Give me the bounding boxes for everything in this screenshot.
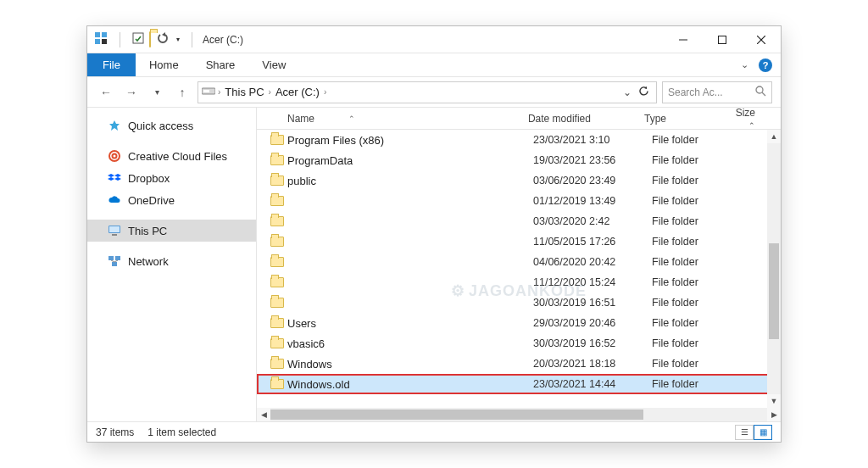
sidebar-item-creative-cloud-files[interactable]: Creative Cloud Files	[87, 145, 256, 167]
window-title: Acer (C:)	[203, 34, 243, 46]
help-icon[interactable]: ?	[759, 58, 772, 72]
file-type: File folder	[652, 195, 745, 207]
view-large-icons-button[interactable]: ▦	[754, 425, 772, 440]
address-bar[interactable]: › This PC › Acer (C:) › ⌄	[198, 81, 657, 103]
file-date: 01/12/2019 13:49	[533, 195, 652, 207]
chevron-right-icon[interactable]: ›	[215, 87, 223, 97]
minimize-button[interactable]	[664, 26, 703, 53]
file-type: File folder	[652, 378, 745, 390]
file-row[interactable]: Windows20/03/2021 18:18File folder	[257, 354, 781, 374]
tab-view[interactable]: View	[248, 53, 299, 76]
file-name: Program Files (x86)	[287, 134, 533, 147]
file-row[interactable]: 11/12/2020 15:24File folder	[257, 272, 781, 292]
file-row[interactable]: 01/12/2019 13:49File folder	[257, 191, 781, 211]
forward-button[interactable]: →	[121, 82, 142, 103]
scroll-thumb[interactable]	[769, 243, 779, 338]
sidebar-item-onedrive[interactable]: OneDrive	[87, 189, 256, 211]
scroll-down-icon[interactable]: ▼	[767, 394, 781, 408]
svg-line-12	[762, 92, 765, 96]
file-row[interactable]: vbasic630/03/2019 16:52File folder	[257, 333, 781, 354]
search-input[interactable]: Search Ac...	[662, 81, 772, 103]
folder-icon	[267, 359, 287, 369]
back-button[interactable]: ←	[96, 82, 116, 103]
file-date: 30/03/2019 16:51	[533, 297, 652, 309]
breadcrumb-drive[interactable]: Acer (C:)	[274, 86, 321, 98]
svg-rect-1	[102, 32, 107, 37]
scroll-right-icon[interactable]: ▶	[767, 408, 781, 421]
file-row[interactable]: 30/03/2019 16:51File folder	[257, 292, 781, 313]
file-row[interactable]: public03/06/2020 23:49File folder	[257, 170, 781, 191]
file-name: public	[287, 175, 533, 187]
chevron-right-icon[interactable]: ›	[266, 87, 274, 97]
folder-icon	[267, 257, 287, 267]
file-date: 23/03/2021 3:10	[533, 134, 652, 146]
undo-icon[interactable]	[156, 32, 170, 47]
folder-icon	[267, 196, 287, 206]
breadcrumb-this-pc[interactable]: This PC	[223, 86, 265, 98]
scroll-left-icon[interactable]: ◀	[257, 408, 270, 421]
file-row[interactable]: 04/06/2020 20:42File folder	[257, 252, 781, 272]
file-type: File folder	[652, 358, 745, 370]
file-tab[interactable]: File	[87, 53, 136, 76]
svg-marker-19	[114, 177, 121, 181]
scroll-thumb[interactable]	[270, 410, 643, 420]
tab-home[interactable]: Home	[136, 53, 192, 76]
file-row[interactable]: Program Files (x86)23/03/2021 3:10File f…	[257, 130, 781, 150]
file-list[interactable]: Program Files (x86)23/03/2021 3:10File f…	[257, 130, 781, 408]
sidebar-item-this-pc[interactable]: This PC	[87, 220, 256, 242]
sidebar-item-label: Dropbox	[128, 172, 170, 185]
close-button[interactable]	[742, 26, 781, 53]
view-details-button[interactable]: ☰	[735, 425, 754, 440]
file-row[interactable]: Users29/03/2019 20:46File folder	[257, 313, 781, 333]
sidebar-item-dropbox[interactable]: Dropbox	[87, 167, 256, 189]
svg-rect-2	[95, 39, 100, 44]
folder-icon	[267, 277, 287, 287]
file-type: File folder	[652, 175, 745, 187]
file-row[interactable]: Windows.old23/03/2021 14:44File folder	[257, 374, 781, 394]
column-date[interactable]: Date modified	[528, 113, 644, 125]
up-button[interactable]: ↑	[172, 82, 192, 103]
svg-marker-17	[114, 174, 121, 177]
refresh-icon[interactable]	[638, 86, 649, 99]
file-date: 19/03/2021 23:56	[533, 154, 652, 166]
sidebar-item-label: Quick access	[128, 120, 193, 132]
svg-rect-6	[719, 36, 726, 43]
dropbox-icon	[108, 171, 121, 185]
explorer-window: ▾ Acer (C:) File Home Share View ⌄ ? ←	[86, 25, 782, 443]
window-controls	[664, 26, 781, 53]
file-date: 04/06/2020 20:42	[533, 256, 652, 268]
ribbon-tabs: File Home Share View ⌄ ?	[87, 53, 781, 77]
navigation-pane: Quick accessCreative Cloud FilesDropboxO…	[87, 108, 257, 421]
folder-icon	[267, 237, 287, 247]
address-dropdown-icon[interactable]: ⌄	[623, 86, 632, 98]
scroll-up-icon[interactable]: ▲	[767, 130, 781, 143]
qat-dropdown-icon[interactable]: ▾	[176, 36, 180, 43]
sidebar-item-network[interactable]: Network	[87, 250, 256, 272]
vertical-scrollbar[interactable]: ▲ ▼	[767, 130, 781, 408]
file-date: 20/03/2021 18:18	[533, 358, 652, 370]
file-row[interactable]: 03/03/2020 2:42File folder	[257, 211, 781, 231]
recent-locations-button[interactable]: ▾	[147, 82, 167, 103]
file-name: ProgramData	[287, 154, 533, 167]
column-type[interactable]: Type	[644, 113, 736, 125]
file-type: File folder	[652, 276, 745, 288]
file-row[interactable]: 11/05/2015 17:26File folder	[257, 231, 781, 252]
svg-rect-10	[203, 90, 209, 92]
svg-marker-18	[108, 177, 114, 181]
horizontal-scrollbar[interactable]: ◀ ▶	[257, 408, 781, 421]
chevron-right-icon[interactable]: ›	[321, 87, 329, 97]
column-size[interactable]: Size ⌃	[736, 107, 781, 131]
tab-share[interactable]: Share	[192, 53, 249, 76]
svg-rect-22	[112, 234, 117, 236]
ribbon-expand-icon[interactable]: ⌄	[741, 59, 748, 70]
sidebar-item-quick-access[interactable]: Quick access	[87, 114, 256, 136]
properties-icon[interactable]	[132, 32, 144, 47]
folder-icon	[267, 318, 287, 328]
file-name: Windows.old	[287, 378, 533, 391]
qat-folder-icon[interactable]	[149, 32, 151, 47]
maximize-button[interactable]	[703, 26, 742, 53]
column-name[interactable]: Name⌃	[287, 113, 528, 125]
file-row[interactable]: ProgramData19/03/2021 23:56File folder	[257, 150, 781, 170]
file-name: vbasic6	[287, 337, 533, 350]
file-type: File folder	[652, 134, 745, 146]
